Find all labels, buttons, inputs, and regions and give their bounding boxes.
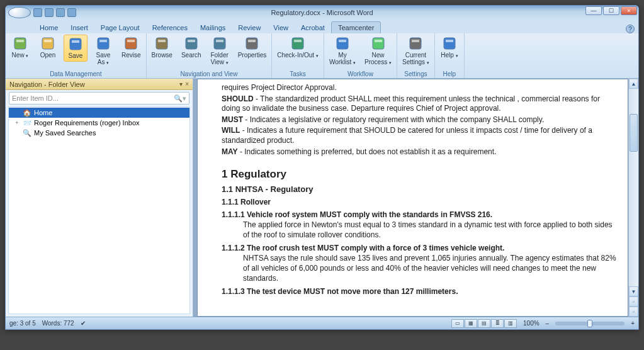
new-icon [13,36,28,51]
tree-item-label: My Saved Searches [34,129,96,137]
ribbon-group-workflow: MyWorklist ▾NewProcess ▾Workflow [324,33,397,78]
tab-review[interactable]: Review [232,22,267,33]
saveas-icon [96,36,111,51]
office-button[interactable] [8,7,31,18]
tab-teamcenter[interactable]: Teamcenter [331,21,381,33]
view-print-layout[interactable]: ▭ [451,319,464,328]
ribbon-group-navigation-and-view: BrowseSearchFolderView ▾PropertiesNaviga… [147,33,273,78]
qat-save-icon[interactable] [33,8,42,17]
view-outline[interactable]: ≣ [491,319,504,328]
browse-button[interactable]: Browse [149,35,175,60]
currentsettings-icon [408,36,423,51]
qat-redo-icon[interactable] [56,8,65,17]
tab-insert[interactable]: Insert [64,22,94,33]
tab-home[interactable]: Home [33,22,64,33]
window-controls: — ☐ × [585,6,637,15]
save-button[interactable]: Save [64,35,88,62]
browse-icon [154,36,169,51]
svg-rect-21 [339,40,346,42]
svg-rect-19 [294,40,302,42]
minimize-button[interactable]: — [585,6,602,15]
svg-rect-14 [214,38,225,49]
status-bar: ge: 3 of 5 Words: 772 ✔ ▭ ▦ ▤ ≣ ▥ 100% –… [6,317,638,329]
window-title: Regulatory.docx - Microsoft Word [271,9,373,16]
definition-paragraph: MAY - Indicates something is preferred, … [222,147,616,157]
svg-rect-16 [246,38,257,49]
close-button[interactable]: × [621,6,637,15]
svg-rect-18 [292,38,303,49]
page-indicator[interactable]: ge: 3 of 5 [9,320,36,327]
word-count[interactable]: Words: 772 [42,320,74,327]
heading-1: 1 Regulatory [222,168,616,181]
search-button[interactable]: Search [179,35,204,60]
scroll-thumb[interactable] [630,114,638,152]
tree-item-home[interactable]: 🏠Home [9,108,189,118]
qat-undo-icon[interactable] [45,8,54,17]
maximize-button[interactable]: ☐ [603,6,619,15]
proofing-icon[interactable]: ✔ [81,320,86,327]
next-page-button[interactable]: ◦ [629,307,638,317]
view-draft[interactable]: ▥ [504,319,517,328]
zoom-in-button[interactable]: + [631,320,635,327]
expander-icon[interactable]: + [14,120,20,126]
svg-rect-25 [412,40,419,42]
view-full-screen[interactable]: ▦ [465,319,477,328]
tab-page-layout[interactable]: Page Layout [94,22,146,33]
home-icon: 🏠 [23,108,31,117]
navigation-pane: Navigation - Folder View ▾ × Enter Item … [6,79,193,317]
search-icon[interactable]: 🔍▾ [174,94,186,103]
properties-icon [244,36,259,51]
group-label: Data Management [8,71,144,78]
open-button[interactable]: Open [36,35,60,60]
definition-paragraph: MUST - Indicates a legislative or regula… [222,115,616,125]
svg-rect-15 [216,40,223,42]
prev-page-button[interactable]: ◦ [629,296,638,307]
tab-mailings[interactable]: Mailings [194,22,232,33]
document-viewport[interactable]: requires Project Director Approval.SHOUL… [197,79,628,317]
ribbon-group-help: Help ▾Help [435,33,465,78]
zoom-thumb[interactable] [587,320,592,327]
new-button[interactable]: New ▾ [8,35,32,60]
scroll-up-button[interactable]: ▲ [629,79,638,89]
zoom-out-button[interactable]: – [546,320,550,327]
document-page: requires Project Director Approval.SHOUL… [198,79,628,303]
tab-references[interactable]: References [146,22,194,33]
svg-rect-2 [42,38,54,49]
myworklist-icon [335,36,350,51]
properties-button[interactable]: Properties [235,35,269,60]
svg-rect-7 [99,40,107,42]
svg-rect-11 [158,40,166,42]
group-label: Navigation and View [149,71,269,78]
scroll-down-button[interactable]: ▼ [629,286,638,296]
help-button[interactable]: Help ▾ [438,35,461,60]
nav-pane-close-icon[interactable]: × [185,81,189,88]
zoom-slider[interactable] [555,322,624,325]
saveas-button[interactable]: SaveAs ▾ [91,35,115,67]
help-label: Help ▾ [441,52,458,59]
zoom-label[interactable]: 100% [523,320,539,327]
heading-4: 1.1.1.2 The roof crush test MUST comply … [222,244,616,252]
tab-acrobat[interactable]: Acrobat [295,22,331,33]
qat-customize-icon[interactable] [67,8,76,17]
browse-label: Browse [152,52,172,59]
search-input[interactable]: Enter Item ID... 🔍▾ [9,92,189,104]
tree-item-my[interactable]: 🔍My Saved Searches [9,128,189,138]
newprocess-button[interactable]: NewProcess ▾ [362,35,394,67]
svg-rect-10 [156,38,167,49]
vertical-scrollbar[interactable]: ▲ ▼ ◦ ◦ [628,79,638,317]
help-icon[interactable]: ? [626,25,635,33]
svg-rect-23 [375,40,382,42]
newprocess-label: NewProcess ▾ [364,52,392,65]
nav-pane-dropdown-icon[interactable]: ▾ [179,81,183,88]
tree-item-roger[interactable]: +📨Roger Requirements (roger) Inbox [9,118,189,128]
scroll-track[interactable] [629,89,638,286]
main-area: Navigation - Folder View ▾ × Enter Item … [6,79,638,317]
currentsettings-button[interactable]: CurrentSettings ▾ [400,35,432,67]
tab-view[interactable]: View [267,22,295,33]
view-web-layout[interactable]: ▤ [478,319,490,328]
myworklist-button[interactable]: MyWorklist ▾ [327,35,358,67]
checkinout-button[interactable]: Check-In/Out ▾ [274,35,321,60]
properties-label: Properties [238,52,267,59]
revise-button[interactable]: Revise [119,35,144,60]
folderview-button[interactable]: FolderView ▾ [208,35,232,67]
